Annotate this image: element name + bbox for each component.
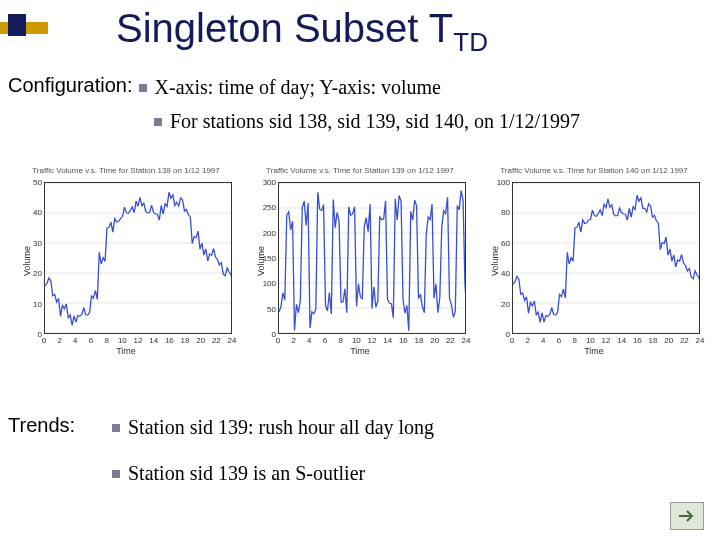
chart-title: Traffic Volume v.s. Time for Station 139… (248, 166, 472, 175)
x-ticks: 024681012141618202224 (278, 336, 466, 346)
plot-area (512, 182, 700, 334)
deco-square (8, 14, 26, 36)
x-axis-label: Time (116, 346, 136, 356)
title-subscript: TD (453, 27, 488, 57)
chart-title: Traffic Volume v.s. Time for Station 140… (482, 166, 706, 175)
config-bullet-2: For stations sid 138, sid 139, sid 140, … (154, 108, 580, 135)
x-axis-label: Time (584, 346, 604, 356)
plot-area (278, 182, 466, 334)
slide-corner-decoration (0, 14, 48, 50)
y-ticks: 01020304050 (28, 182, 42, 334)
next-slide-icon[interactable] (670, 502, 704, 530)
title-main: Singleton Subset T (116, 6, 453, 50)
x-ticks: 024681012141618202224 (512, 336, 700, 346)
bullet-square-icon (154, 118, 162, 126)
trend-bullet-2: Station sid 139 is an S-outlier (112, 460, 365, 487)
chart-station-140: Traffic Volume v.s. Time for Station 140… (482, 166, 706, 356)
slide-title: Singleton Subset TTD (116, 6, 488, 58)
charts-row: Traffic Volume v.s. Time for Station 138… (14, 166, 706, 356)
config-bullet-2-text: For stations sid 138, sid 139, sid 140, … (170, 110, 580, 132)
configuration-label: Configuration: (8, 74, 133, 97)
trend-bullet-1-text: Station sid 139: rush hour all day long (128, 416, 434, 438)
config-bullet-1: X-axis: time of day; Y-axis: volume (139, 74, 441, 101)
chart-station-139: Traffic Volume v.s. Time for Station 139… (248, 166, 472, 356)
bullet-square-icon (112, 424, 120, 432)
plot-area (44, 182, 232, 334)
chart-title: Traffic Volume v.s. Time for Station 138… (14, 166, 238, 175)
trends-label: Trends: (8, 414, 75, 437)
x-ticks: 024681012141618202224 (44, 336, 232, 346)
chart-station-138: Traffic Volume v.s. Time for Station 138… (14, 166, 238, 356)
y-ticks: 050100150200250300 (262, 182, 276, 334)
configuration-row: Configuration: X-axis: time of day; Y-ax… (8, 74, 441, 101)
config-bullet-1-text: X-axis: time of day; Y-axis: volume (155, 76, 441, 98)
y-ticks: 020406080100 (496, 182, 510, 334)
trend-bullet-1: Station sid 139: rush hour all day long (112, 414, 434, 441)
bullet-square-icon (139, 84, 147, 92)
bullet-square-icon (112, 470, 120, 478)
x-axis-label: Time (350, 346, 370, 356)
trend-bullet-2-text: Station sid 139 is an S-outlier (128, 462, 365, 484)
